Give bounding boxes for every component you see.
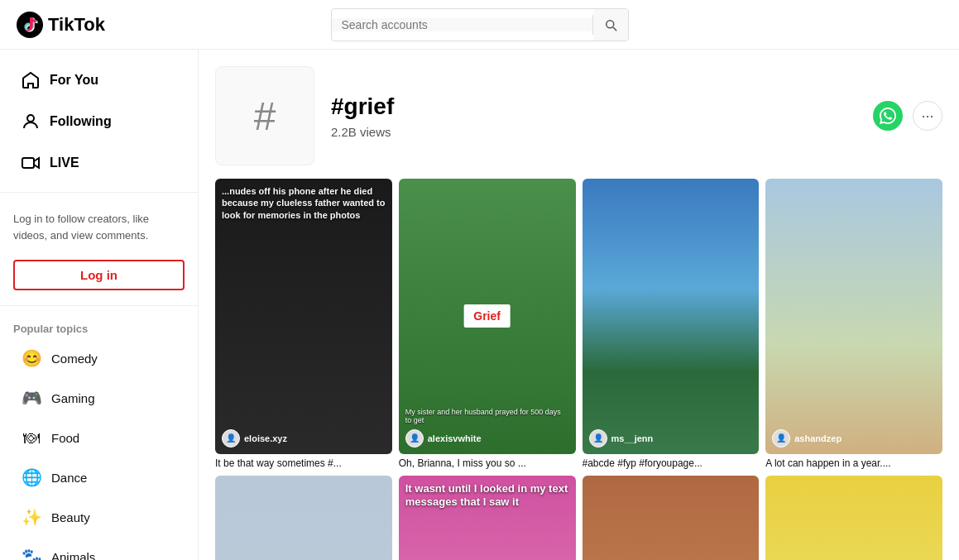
caption-3: #abcde #fyp #foryoupage...: [583, 457, 760, 469]
avatar-2: 👤: [405, 429, 424, 448]
topic-food-label: Food: [51, 431, 79, 445]
topic-comedy-label: Comedy: [51, 352, 98, 366]
nav-following[interactable]: Following: [7, 103, 191, 141]
whatsapp-icon: [880, 108, 896, 124]
food-icon: 🍽: [20, 426, 43, 449]
animals-icon: 🐾: [20, 545, 43, 560]
thumb-overlay-5: WHEN THEIR BROTHER AND SISTER DIED AT 3 …: [215, 476, 392, 561]
video-thumb-2: Grief My sister and her husband prayed f…: [399, 179, 576, 454]
beauty-icon: ✨: [20, 505, 43, 529]
topics-divider: [0, 305, 198, 306]
main-layout: For You Following LIVE Log in to follow …: [0, 50, 959, 560]
avatar-1: 👤: [222, 429, 240, 448]
login-prompt: Log in to follow creators, like videos, …: [0, 201, 198, 253]
thumb-overlay-6: It wasnt until I looked in my text messa…: [399, 476, 576, 561]
topic-gaming-label: Gaming: [51, 391, 95, 405]
caption-1: It be that way sometimes #...: [215, 457, 392, 469]
hashtag-symbol: #: [254, 93, 276, 139]
username-2: alexisvwhite: [428, 433, 482, 443]
header: TikTok: [0, 0, 959, 50]
hashtag-thumbnail: #: [215, 66, 314, 165]
search-bar: [331, 8, 629, 41]
hashtag-title: #grief: [331, 93, 856, 120]
svg-rect-2: [22, 158, 34, 168]
video-icon: [20, 152, 41, 174]
video-card-4[interactable]: 👤 ashandzep A lot can happen in a year..…: [765, 179, 942, 469]
video-card-7[interactable]: [583, 476, 760, 561]
topic-food[interactable]: 🍽 Food: [7, 419, 191, 457]
thumb-text-1: ...nudes off his phone after he died bec…: [222, 185, 386, 221]
avatar-3: 👤: [589, 429, 607, 448]
thumb-user-3: 👤 ms__jenn: [589, 429, 753, 448]
video-thumb-7: [583, 476, 760, 561]
topic-beauty[interactable]: ✨ Beauty: [7, 498, 191, 536]
username-3: ms__jenn: [611, 433, 654, 443]
comedy-icon: 😊: [20, 347, 43, 370]
nav-live-label: LIVE: [50, 156, 79, 170]
topics-label: Popular topics: [0, 314, 198, 338]
bottom-subtext-2: My sister and her husband prayed for 500…: [405, 408, 569, 424]
topic-animals[interactable]: 🐾 Animals: [7, 538, 191, 560]
hashtag-header: # #grief 2.2B views ···: [215, 50, 942, 179]
video-card-6[interactable]: It wasnt until I looked in my text messa…: [399, 476, 576, 561]
search-input[interactable]: [332, 18, 592, 31]
topic-gaming[interactable]: 🎮 Gaming: [7, 379, 191, 417]
nav-following-label: Following: [50, 114, 112, 129]
thumb-overlay-3: 👤 ms__jenn: [583, 179, 760, 454]
thumb-user-1: 👤 eloise.xyz: [222, 429, 386, 448]
topic-beauty-label: Beauty: [51, 510, 90, 524]
search-icon: [603, 17, 618, 32]
topic-dance[interactable]: 🌐 Dance: [7, 458, 191, 496]
gaming-icon: 🎮: [20, 386, 43, 409]
topic-dance-label: Dance: [51, 471, 87, 485]
topic-animals-label: Animals: [51, 550, 95, 561]
video-thumb-1: ...nudes off his phone after he died bec…: [215, 179, 392, 454]
thumb-overlay-2: My sister and her husband prayed for 500…: [399, 179, 576, 454]
thumb-user-4: 👤 ashandzep: [772, 429, 936, 448]
nav-for-you[interactable]: For You: [7, 61, 191, 99]
username-4: ashandzep: [794, 433, 842, 443]
thumb-overlay-1: ...nudes off his phone after he died bec…: [215, 179, 392, 454]
nav-for-you-label: For You: [50, 73, 98, 88]
nav-live[interactable]: LIVE: [7, 144, 191, 182]
hashtag-actions: ···: [873, 101, 942, 131]
video-card-1[interactable]: ...nudes off his phone after he died bec…: [215, 179, 392, 469]
login-button[interactable]: Log in: [13, 260, 185, 290]
thumb-overlay-4: 👤 ashandzep: [765, 179, 942, 454]
logo-area[interactable]: TikTok: [17, 12, 105, 38]
nav-divider: [0, 192, 198, 193]
video-card-3[interactable]: 👤 ms__jenn #abcde #fyp #foryoupage...: [583, 179, 760, 469]
whatsapp-button[interactable]: [873, 101, 903, 131]
video-thumb-3: 👤 ms__jenn: [583, 179, 760, 454]
thumb-overlay-7: [583, 476, 760, 561]
sidebar: For You Following LIVE Log in to follow …: [0, 50, 199, 560]
logo-text: TikTok: [48, 14, 105, 36]
video-thumb-4: 👤 ashandzep: [765, 179, 942, 454]
tiktok-logo-icon: [17, 12, 43, 38]
thumb-overlay-8: [765, 476, 942, 561]
person-icon: [20, 111, 41, 132]
thumb-user-2: 👤 alexisvwhite: [405, 429, 569, 448]
content-area: # #grief 2.2B views ··· ...nudes off his…: [199, 50, 959, 560]
topic-comedy[interactable]: 😊 Comedy: [7, 339, 191, 377]
video-card-8[interactable]: [765, 476, 942, 561]
username-1: eloise.xyz: [244, 433, 287, 443]
video-thumb-5: WHEN THEIR BROTHER AND SISTER DIED AT 3 …: [215, 476, 392, 561]
more-button[interactable]: ···: [913, 101, 942, 131]
home-icon: [20, 69, 41, 91]
caption-4: A lot can happen in a year....: [765, 457, 942, 469]
hashtag-views: 2.2B views: [331, 125, 856, 139]
svg-point-1: [27, 115, 34, 122]
caption-2: Oh, Brianna, I miss you so ...: [399, 457, 576, 469]
video-card-2[interactable]: Grief My sister and her husband prayed f…: [399, 179, 576, 469]
thumb-text-6: It wasnt until I looked in my text messa…: [405, 482, 569, 510]
video-thumb-8: [765, 476, 942, 561]
dance-icon: 🌐: [20, 466, 43, 489]
search-button[interactable]: [593, 8, 628, 41]
hashtag-info: #grief 2.2B views: [331, 93, 856, 139]
video-grid: ...nudes off his phone after he died bec…: [215, 179, 942, 560]
avatar-4: 👤: [772, 429, 790, 448]
video-card-5[interactable]: WHEN THEIR BROTHER AND SISTER DIED AT 3 …: [215, 476, 392, 561]
video-thumb-6: It wasnt until I looked in my text messa…: [399, 476, 576, 561]
